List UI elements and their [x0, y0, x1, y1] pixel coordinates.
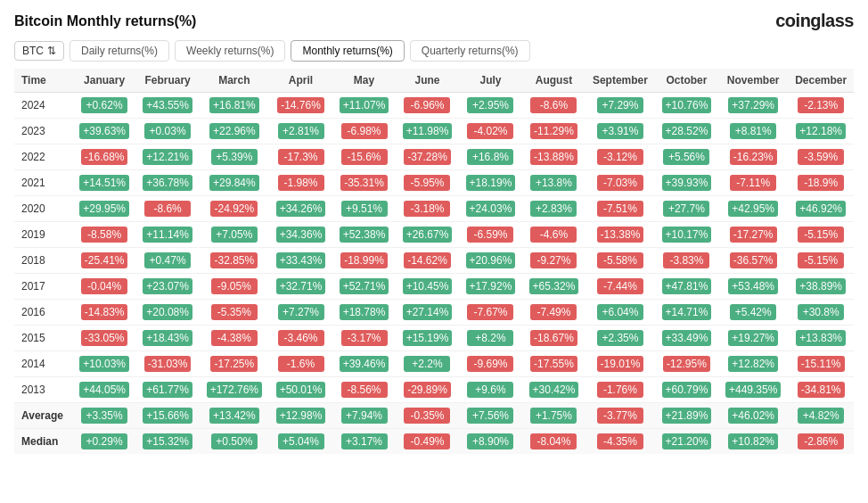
cell-value: -3.17%	[332, 326, 396, 351]
median-cell: +0.50%	[200, 429, 269, 455]
cell-value: -1.98%	[269, 170, 332, 196]
cell-value: -9.27%	[522, 248, 585, 274]
cell-value: +18.78%	[332, 300, 396, 326]
cell-value: +15.19%	[396, 326, 459, 351]
cell-value: -16.23%	[718, 144, 788, 170]
table-row: 2020+29.95%-8.6%-24.92%+34.26%+9.51%-3.1…	[14, 196, 854, 222]
table-row: 2017-0.04%+23.07%-9.05%+32.71%+52.71%+10…	[14, 274, 854, 300]
table-row: 2018-25.41%+0.47%-32.85%+33.43%-18.99%-1…	[14, 248, 854, 274]
median-cell: +15.32%	[136, 429, 200, 455]
cell-value: +19.27%	[718, 326, 788, 351]
main-container: Bitcoin Monthly returns(%) coinglass BTC…	[0, 0, 868, 465]
cell-value: +39.46%	[332, 351, 396, 377]
median-cell: +5.04%	[269, 429, 332, 455]
cell-value: -18.67%	[522, 326, 585, 351]
cell-value: -19.01%	[585, 351, 655, 377]
cell-year: 2018	[14, 248, 73, 274]
cell-value: -6.96%	[396, 93, 459, 119]
cell-value: -29.89%	[396, 377, 459, 403]
cell-value: +43.55%	[136, 93, 200, 119]
btc-chevron-icon: ⇅	[47, 45, 56, 57]
cell-value: +33.43%	[269, 248, 332, 274]
average-cell: +1.75%	[522, 403, 585, 429]
cell-value: -7.67%	[459, 300, 522, 326]
cell-value: +34.36%	[269, 222, 332, 248]
median-cell: -4.35%	[585, 429, 655, 455]
cell-value: +2.81%	[269, 119, 332, 144]
cell-value: -14.83%	[73, 300, 136, 326]
cell-value: -12.95%	[655, 351, 718, 377]
cell-value: -31.03%	[136, 351, 200, 377]
cell-value: -1.6%	[269, 351, 332, 377]
median-cell: +8.90%	[459, 429, 522, 455]
cell-value: +30.42%	[522, 377, 585, 403]
cell-value: +17.92%	[459, 274, 522, 300]
cell-year: 2014	[14, 351, 73, 377]
cell-value: -6.59%	[459, 222, 522, 248]
cell-value: +46.92%	[788, 196, 854, 222]
cell-value: -15.6%	[332, 144, 396, 170]
cell-value: +53.48%	[718, 274, 788, 300]
average-cell: +15.66%	[136, 403, 200, 429]
cell-value: +14.71%	[655, 300, 718, 326]
cell-value: +16.8%	[459, 144, 522, 170]
average-cell: +7.56%	[459, 403, 522, 429]
cell-value: +24.03%	[459, 196, 522, 222]
cell-value: +32.71%	[269, 274, 332, 300]
average-cell: -0.35%	[396, 403, 459, 429]
cell-value: -2.13%	[788, 93, 854, 119]
table-row: 2024+0.62%+43.55%+16.81%-14.76%+11.07%-6…	[14, 93, 854, 119]
average-cell: +13.42%	[200, 403, 269, 429]
cell-value: +12.82%	[718, 351, 788, 377]
cell-value: +10.45%	[396, 274, 459, 300]
col-jul: July	[459, 69, 522, 93]
cell-value: -3.83%	[655, 248, 718, 274]
cell-value: -8.56%	[332, 377, 396, 403]
cell-value: +7.05%	[200, 222, 269, 248]
cell-value: +47.81%	[655, 274, 718, 300]
cell-value: +9.51%	[332, 196, 396, 222]
cell-value: +7.29%	[585, 93, 655, 119]
cell-value: -37.28%	[396, 144, 459, 170]
cell-value: +7.27%	[269, 300, 332, 326]
cell-value: +28.52%	[655, 119, 718, 144]
tab-weekly[interactable]: Weekly returns(%)	[175, 40, 285, 62]
table-header-row: Time January February March April May Ju…	[14, 69, 854, 93]
cell-value: +10.76%	[655, 93, 718, 119]
returns-table: Time January February March April May Ju…	[14, 69, 854, 454]
cell-value: +5.42%	[718, 300, 788, 326]
cell-value: -24.92%	[200, 196, 269, 222]
tab-daily[interactable]: Daily returns(%)	[70, 40, 169, 62]
cell-value: +6.04%	[585, 300, 655, 326]
cell-value: +2.95%	[459, 93, 522, 119]
cell-year: 2017	[14, 274, 73, 300]
average-row: Average+3.35%+15.66%+13.42%+12.98%+7.94%…	[14, 403, 854, 429]
cell-value: +18.19%	[459, 170, 522, 196]
tab-monthly[interactable]: Monthly returns(%)	[291, 40, 404, 62]
col-feb: February	[136, 69, 200, 93]
cell-value: +20.08%	[136, 300, 200, 326]
cell-value: +2.2%	[396, 351, 459, 377]
cell-value: -17.27%	[718, 222, 788, 248]
cell-value: +11.14%	[136, 222, 200, 248]
cell-value: -17.55%	[522, 351, 585, 377]
tabs-row: BTC ⇅ Daily returns(%) Weekly returns(%)…	[14, 40, 854, 62]
cell-value: -1.76%	[585, 377, 655, 403]
cell-value: +2.35%	[585, 326, 655, 351]
cell-value: +44.05%	[73, 377, 136, 403]
cell-value: -3.18%	[396, 196, 459, 222]
cell-value: +52.71%	[332, 274, 396, 300]
cell-value: -17.25%	[200, 351, 269, 377]
average-cell: +21.89%	[655, 403, 718, 429]
cell-value: -4.02%	[459, 119, 522, 144]
tab-quarterly[interactable]: Quarterly returns(%)	[410, 40, 530, 62]
cell-value: +172.76%	[200, 377, 269, 403]
cell-value: -7.51%	[585, 196, 655, 222]
col-sep: September	[585, 69, 655, 93]
table-row: 2016-14.83%+20.08%-5.35%+7.27%+18.78%+27…	[14, 300, 854, 326]
cell-value: -3.46%	[269, 326, 332, 351]
btc-selector[interactable]: BTC ⇅	[14, 41, 64, 61]
cell-year: 2022	[14, 144, 73, 170]
cell-value: -9.05%	[200, 274, 269, 300]
average-cell: +7.94%	[332, 403, 396, 429]
